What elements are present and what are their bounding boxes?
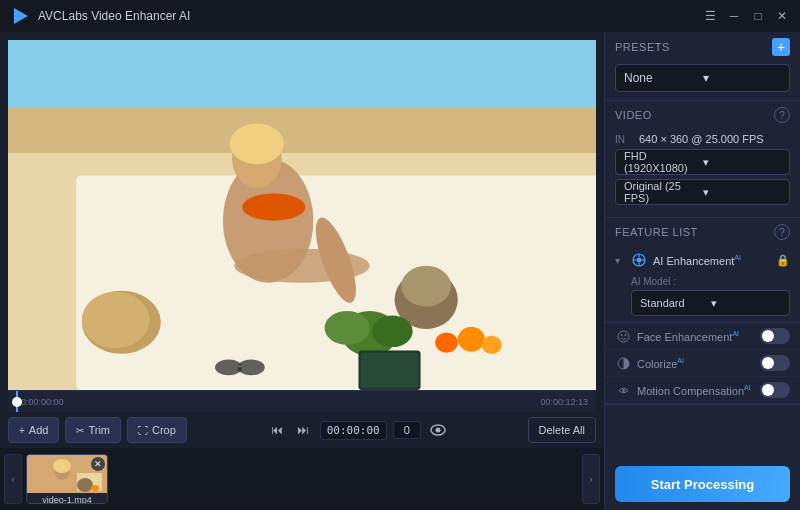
thumb-prev-button[interactable]: ‹ — [4, 454, 22, 504]
thumbnail-item[interactable]: ✕ video-1.mp4 — [26, 454, 108, 504]
main-layout: 00:00:00:00 00:00:12:13 + Add ✂ Trim ⛶ C… — [0, 32, 800, 510]
presets-add-button[interactable]: + — [772, 38, 790, 56]
timeline-timestamps: 00:00:00:00 00:00:12:13 — [12, 397, 592, 407]
motion-compensation-feature: Motion CompensationAI — [605, 377, 800, 404]
thumb-next-button[interactable]: › — [582, 454, 600, 504]
eye-icon — [430, 424, 446, 436]
add-button[interactable]: + Add — [8, 417, 59, 443]
close-btn[interactable]: ✕ — [774, 8, 790, 24]
video-in-label: IN — [615, 134, 639, 145]
frame-display: 0 — [393, 421, 421, 439]
svg-point-27 — [435, 428, 440, 433]
start-processing-button[interactable]: Start Processing — [615, 466, 790, 502]
motion-compensation-name: Motion CompensationAI — [637, 384, 754, 397]
feature-list-help-button[interactable]: ? — [774, 224, 790, 240]
ai-model-value: Standard — [640, 297, 711, 309]
ai-model-dropdown[interactable]: Standard ▾ — [631, 290, 790, 316]
svg-point-9 — [230, 124, 284, 165]
ai-enhancement-header[interactable]: ▾ AI EnhancementAI 🔒 — [605, 246, 800, 274]
svg-point-20 — [82, 292, 150, 348]
video-in-value: 640 × 360 @ 25.000 FPS — [639, 133, 764, 145]
thumbnail-close-button[interactable]: ✕ — [91, 457, 105, 471]
skip-back-button[interactable]: ⏮ — [266, 419, 288, 441]
crop-icon: ⛶ — [138, 425, 148, 436]
video-fps-dropdown[interactable]: Original (25 FPS) ▾ — [615, 179, 790, 205]
minimize-btn[interactable]: ─ — [726, 8, 742, 24]
transport-controls: ⏮ ⏭ — [266, 419, 314, 441]
presets-section: Presets + None ▾ — [605, 32, 800, 101]
svg-point-40 — [618, 331, 629, 342]
crop-label: Crop — [152, 424, 176, 436]
window-controls: ☰ ─ □ ✕ — [702, 8, 790, 24]
ai-enhancement-expand-icon: ▾ — [615, 255, 625, 266]
fps-arrow-icon: ▾ — [703, 186, 782, 199]
video-resolution-dropdown[interactable]: FHD (1920X1080) ▾ — [615, 149, 790, 175]
svg-point-15 — [482, 336, 502, 354]
face-enhancement-knob — [762, 330, 774, 342]
colorize-knob — [762, 357, 774, 369]
app-logo — [10, 6, 30, 26]
colorize-icon — [615, 355, 631, 371]
video-label: Video — [615, 109, 652, 121]
thumbnail-list: ✕ video-1.mp4 — [26, 454, 578, 504]
svg-point-18 — [372, 315, 413, 347]
svg-point-32 — [77, 478, 93, 492]
ai-enhancement-lock-icon: 🔒 — [776, 254, 790, 267]
video-help-button[interactable]: ? — [774, 107, 790, 123]
presets-header: Presets + — [605, 32, 800, 62]
svg-point-41 — [620, 334, 622, 336]
svg-point-30 — [53, 459, 71, 473]
thumbnail-label: video-1.mp4 — [27, 493, 107, 504]
svg-point-42 — [624, 334, 626, 336]
playhead-head — [12, 397, 22, 407]
svg-point-24 — [215, 360, 242, 376]
left-panel: 00:00:00:00 00:00:12:13 + Add ✂ Trim ⛶ C… — [0, 32, 604, 510]
right-panel-spacer — [605, 405, 800, 458]
preview-eye-button[interactable] — [427, 419, 449, 441]
skip-forward-button[interactable]: ⏭ — [292, 419, 314, 441]
timeline-start: 00:00:00:00 — [16, 397, 64, 407]
feature-list-section: Feature List ? ▾ — [605, 218, 800, 405]
ai-enhancement-name: AI EnhancementAI — [653, 254, 770, 267]
trim-button[interactable]: ✂ Trim — [65, 417, 121, 443]
trim-icon: ✂ — [76, 425, 84, 436]
timeline[interactable]: 00:00:00:00 00:00:12:13 — [8, 390, 596, 412]
ai-enhancement-feature: ▾ AI EnhancementAI 🔒 — [605, 246, 800, 323]
presets-dropdown[interactable]: None ▾ — [615, 64, 790, 92]
title-bar: AVCLabs Video Enhancer AI ☰ ─ □ ✕ — [0, 0, 800, 32]
svg-point-12 — [401, 266, 451, 307]
svg-point-35 — [637, 258, 642, 263]
crop-button[interactable]: ⛶ Crop — [127, 417, 187, 443]
face-enhancement-name: Face EnhancementAI — [637, 330, 754, 343]
svg-point-13 — [458, 327, 485, 352]
feature-list-label: Feature List — [615, 226, 698, 238]
presets-label: Presets — [615, 41, 670, 53]
motion-compensation-toggle[interactable] — [760, 382, 790, 398]
video-preview — [8, 40, 596, 390]
svg-point-44 — [622, 389, 625, 392]
maximize-btn[interactable]: □ — [750, 8, 766, 24]
video-resolution-value: FHD (1920X1080) — [624, 150, 703, 174]
colorize-toggle[interactable] — [760, 355, 790, 371]
ai-model-label: AI Model : — [631, 276, 790, 287]
video-fps-value: Original (25 FPS) — [624, 180, 703, 204]
video-section: Video ? IN 640 × 360 @ 25.000 FPS FHD (1… — [605, 101, 800, 218]
video-frame — [8, 40, 596, 390]
motion-compensation-knob — [762, 384, 774, 396]
trim-label: Trim — [88, 424, 110, 436]
add-label: Add — [29, 424, 49, 436]
video-in-row: IN 640 × 360 @ 25.000 FPS — [615, 133, 790, 145]
face-enhancement-feature: Face EnhancementAI — [605, 323, 800, 350]
svg-rect-22 — [361, 353, 419, 388]
ai-model-arrow-icon: ▾ — [711, 297, 782, 310]
ai-enhancement-icon — [631, 252, 647, 268]
svg-point-7 — [242, 194, 305, 221]
colorize-feature: ColorizeAI — [605, 350, 800, 377]
motion-compensation-icon — [615, 382, 631, 398]
video-header: Video ? — [605, 101, 800, 129]
timeline-playhead[interactable] — [16, 391, 18, 412]
svg-point-14 — [435, 332, 458, 352]
face-enhancement-toggle[interactable] — [760, 328, 790, 344]
menu-btn[interactable]: ☰ — [702, 8, 718, 24]
delete-all-button[interactable]: Delete All — [528, 417, 596, 443]
